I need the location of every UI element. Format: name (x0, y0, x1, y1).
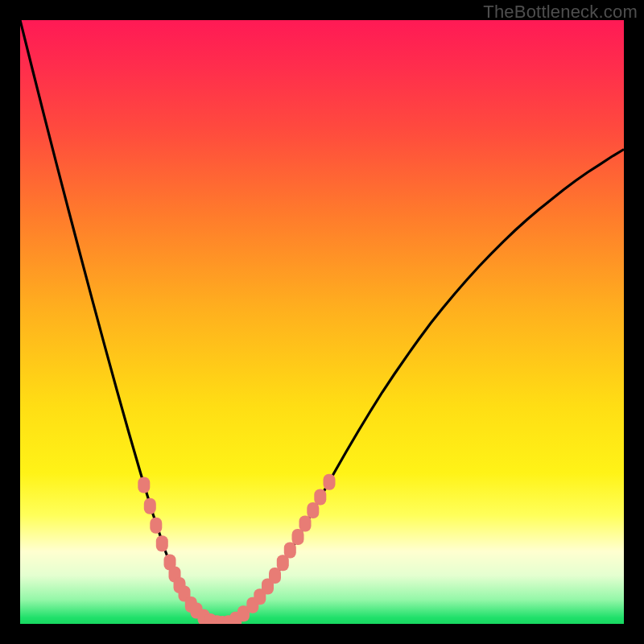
marker-dot (324, 474, 336, 490)
marker-dot (292, 529, 304, 545)
marker-dot (307, 502, 319, 518)
chart-frame: TheBottleneck.com (0, 0, 644, 644)
curve-layer (20, 20, 624, 624)
marker-dot (144, 498, 156, 514)
marker-group (138, 474, 335, 624)
marker-dot (314, 489, 326, 506)
marker-dot (150, 518, 162, 534)
marker-dot (299, 516, 312, 532)
marker-dot (138, 477, 150, 493)
plot-area (20, 20, 624, 624)
marker-dot (284, 543, 296, 559)
marker-dot (156, 535, 168, 551)
bottleneck-curve (20, 20, 624, 624)
